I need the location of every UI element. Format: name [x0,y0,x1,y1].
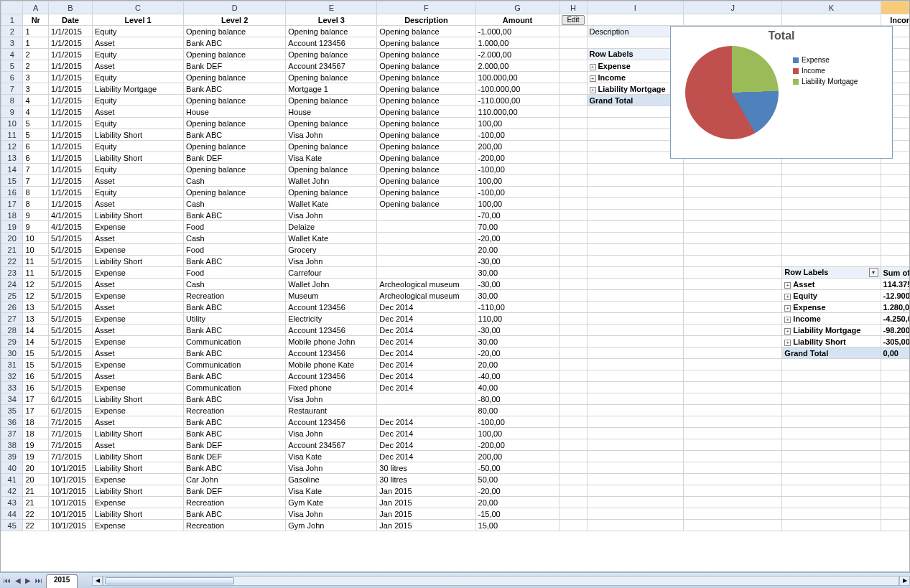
cell-K24[interactable]: +Asset [782,279,881,290]
cell-F40[interactable]: 30 litres [377,462,475,474]
expand-icon[interactable]: + [590,64,596,70]
cell-K16[interactable] [782,187,881,198]
cell-H23[interactable] [560,267,587,279]
cell-J42[interactable] [684,485,782,497]
row-header-40[interactable]: 40 [1,462,23,474]
cell-G32[interactable]: -40,00 [475,370,560,382]
cell-C14[interactable]: Equity [93,164,184,175]
cell-C38[interactable]: Asset [93,439,184,451]
cell-J33[interactable] [684,382,782,393]
row-header-29[interactable]: 29 [1,336,23,347]
cell-J18[interactable] [684,210,782,221]
cell-I32[interactable] [587,370,684,382]
row-header-34[interactable]: 34 [1,393,23,405]
cell-H9[interactable] [560,106,587,118]
cell-J43[interactable] [684,497,782,508]
row-header-11[interactable]: 11 [1,129,23,141]
cell-F6[interactable]: Opening balance [377,72,475,83]
cell-C20[interactable]: Asset [93,233,184,244]
cell-L39[interactable] [881,451,909,462]
cell-A34[interactable]: 17 [23,393,49,405]
cell-H21[interactable] [560,244,587,256]
cell-D16[interactable]: Opening balance [184,187,286,198]
cell-A30[interactable]: 15 [23,347,49,359]
cell-J23[interactable] [684,267,782,279]
cell-K32[interactable] [782,370,881,382]
row-header-20[interactable]: 20 [1,233,23,244]
cell-L31[interactable] [881,359,909,370]
cell-A19[interactable]: 9 [23,221,49,233]
col-header-L[interactable]: L [881,1,909,14]
scroll-thumb[interactable] [105,577,234,584]
cell-J24[interactable] [684,279,782,290]
expand-icon[interactable]: + [784,294,791,300]
horizontal-scrollbar[interactable] [103,576,899,586]
cell-I9[interactable] [587,106,684,118]
cell-B9[interactable]: 1/1/2015 [49,106,93,118]
cell-F23[interactable] [377,267,475,279]
cell-H27[interactable] [560,313,587,325]
cell-F15[interactable]: Opening balance [377,175,475,187]
cell-K25[interactable]: +Equity [782,290,881,302]
cell-G34[interactable]: -80,00 [475,393,560,405]
cell-I23[interactable] [587,267,684,279]
cell-I7[interactable]: +Liability Mortgage [587,83,684,95]
cell-L27[interactable]: -4.250,00 [881,313,909,325]
cell-F36[interactable]: Dec 2014 [377,416,475,428]
cell-C21[interactable]: Expense [93,244,184,256]
cell-F4[interactable]: Opening balance [377,49,475,60]
expand-icon[interactable]: + [784,328,791,335]
cell-D35[interactable]: Recreation [184,405,286,416]
cell-L22[interactable]: Balance [881,256,909,267]
cell-A41[interactable]: 20 [23,474,49,485]
cell-B33[interactable]: 5/1/2015 [49,382,93,393]
cell-D20[interactable]: Cash [184,233,286,244]
cell-G35[interactable]: 80,00 [475,405,560,416]
cell-G38[interactable]: -200,00 [475,439,560,451]
cell-C31[interactable]: Expense [93,359,184,370]
cell-L44[interactable] [881,508,909,520]
cell-I4[interactable]: Row Labels▾ [587,49,684,60]
cell-I30[interactable] [587,347,684,359]
cell-H33[interactable] [560,382,587,393]
row-header-14[interactable]: 14 [1,164,23,175]
cell-F38[interactable]: Dec 2014 [377,439,475,451]
cell-B45[interactable]: 10/1/2015 [49,520,93,531]
cell-A4[interactable]: 2 [23,49,49,60]
cell-K37[interactable] [782,428,881,439]
cell-J32[interactable] [684,370,782,382]
cell-C44[interactable]: Liability Short [93,508,184,520]
cell-D34[interactable]: Bank ABC [184,393,286,405]
cell-H1[interactable]: Edit [560,14,587,26]
tab-nav-last-icon[interactable]: ⏭ [33,577,45,584]
cell-E23[interactable]: Carrefour [286,267,377,279]
cell-D2[interactable]: Opening balance [184,26,286,37]
cell-A28[interactable]: 14 [23,325,49,336]
cell-G1[interactable]: Amount [475,14,560,26]
row-header-45[interactable]: 45 [1,520,23,531]
cell-I27[interactable] [587,313,684,325]
cell-L33[interactable] [881,382,909,393]
cell-J28[interactable] [684,325,782,336]
cell-I37[interactable] [587,428,684,439]
cell-H17[interactable] [560,198,587,210]
cell-D13[interactable]: Bank DEF [184,152,286,164]
cell-E43[interactable]: Gym Kate [286,497,377,508]
cell-B23[interactable]: 5/1/2015 [49,267,93,279]
cell-E45[interactable]: Gym John [286,520,377,531]
cell-I18[interactable] [587,210,684,221]
cell-I19[interactable] [587,221,684,233]
cell-J1[interactable] [684,14,782,26]
cell-H45[interactable] [560,520,587,531]
cell-D10[interactable]: Opening balance [184,118,286,129]
cell-C5[interactable]: Asset [93,60,184,72]
cell-B19[interactable]: 4/1/2015 [49,221,93,233]
cell-D40[interactable]: Bank ABC [184,462,286,474]
cell-G45[interactable]: 15,00 [475,520,560,531]
cell-A45[interactable]: 22 [23,520,49,531]
cell-B15[interactable]: 1/1/2015 [49,175,93,187]
cell-F27[interactable]: Dec 2014 [377,313,475,325]
cell-C8[interactable]: Equity [93,95,184,106]
cell-C13[interactable]: Liability Short [93,152,184,164]
col-header-J[interactable]: J [684,1,782,14]
